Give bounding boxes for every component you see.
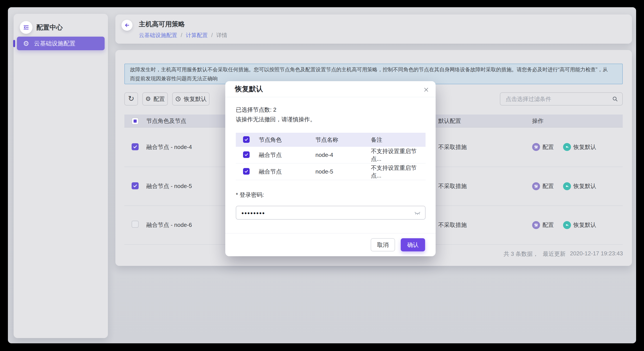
modal-node-remark: 不支持设置重启节点... (371, 164, 426, 180)
refresh-button[interactable]: ↻ (124, 92, 138, 106)
breadcrumb-link[interactable]: 云基础设施配置 (139, 32, 177, 39)
modal-row-checkbox[interactable] (243, 168, 250, 174)
modal-node-remark: 不支持设置重启节点... (371, 148, 426, 163)
row-configure-button[interactable]: 配置 (532, 182, 554, 190)
modal-node-role: 融合节点 (259, 151, 316, 159)
warning-text: 该操作无法撤回，请谨慎操作。 (236, 116, 426, 123)
breadcrumb-separator: / (211, 32, 213, 38)
row-checkbox[interactable] (132, 221, 139, 228)
configure-button-label: 配置 (154, 95, 165, 103)
modal-table-row: 融合节点 node-5 不支持设置重启节点... (236, 164, 426, 180)
search-input[interactable] (505, 96, 612, 103)
column-actions: 操作 (532, 117, 623, 125)
modal-body: 已选择节点数: 2 该操作无法撤回，请谨慎操作。 节点角色 节点名称 备注 (236, 97, 426, 220)
sliders-icon (532, 143, 540, 151)
undo-icon (563, 221, 571, 229)
modal-row-checkbox[interactable] (243, 151, 250, 158)
gear-icon: ⚙ (23, 40, 29, 47)
menu-collapse-button[interactable] (20, 21, 32, 34)
sliders-icon (532, 221, 540, 229)
sidebar-item-cloud-infrastructure[interactable]: ⚙ 云基础设施配置 (17, 37, 105, 50)
select-all-checkbox[interactable] (132, 118, 139, 124)
cancel-button[interactable]: 取消 (371, 238, 395, 252)
banner-text-line1: 故障发生时，主机高可用服务默认不会采取任何措施。您可以按照节点角色及配置设置节点… (130, 65, 617, 74)
gear-icon: ⚙ (145, 96, 151, 102)
breadcrumb-link[interactable]: 计算配置 (186, 32, 208, 39)
sidebar-item-label: 云基础设施配置 (34, 40, 76, 48)
modal-table-header: 节点角色 节点名称 备注 (236, 133, 426, 147)
restore-default-button[interactable]: 恢复默认 (172, 92, 210, 106)
modal-column-role: 节点角色 (259, 136, 316, 144)
updated-time: 2020-12-17 19:23:43 (570, 250, 623, 258)
row-count: 共 3 条数据， (504, 250, 538, 258)
close-icon[interactable] (422, 86, 430, 94)
page-header: 主机高可用策略 云基础设施配置 / 计算配置 / 详情 (116, 14, 632, 44)
modal-footer: 取消 确认 (225, 233, 436, 256)
row-configure-button[interactable]: 配置 (532, 221, 554, 229)
arrow-left-icon (124, 22, 130, 28)
modal-table-row: 融合节点 node-4 不支持设置重启节点... (236, 147, 426, 164)
op-label: 恢复默认 (573, 182, 596, 190)
page-title: 主机高可用策略 (139, 20, 185, 29)
password-field[interactable] (236, 206, 426, 220)
modal-column-remark: 备注 (371, 136, 426, 144)
updated-label: 最近更新 (543, 250, 566, 258)
modal-header: 恢复默认 (225, 81, 436, 97)
modal-title: 恢复默认 (235, 84, 263, 94)
op-label: 配置 (542, 221, 554, 229)
undo-icon (563, 143, 571, 151)
row-configure-button[interactable]: 配置 (532, 143, 554, 151)
default-config-value: 不采取措施 (438, 221, 532, 229)
sidebar-header: 配置中心 (20, 21, 63, 34)
password-input[interactable] (241, 208, 414, 217)
row-restore-button[interactable]: 恢复默认 (563, 221, 596, 229)
undo-icon (563, 182, 571, 190)
history-icon (175, 96, 181, 102)
op-label: 恢复默认 (573, 143, 596, 151)
toolbar: ↻ ⚙ 配置 恢复默认 (124, 92, 210, 106)
modal-select-all-checkbox[interactable] (243, 136, 250, 143)
default-config-value: 不采取措施 (438, 143, 532, 151)
selected-count-text: 已选择节点数: 2 (236, 106, 426, 114)
back-button[interactable] (122, 20, 132, 31)
row-checkbox[interactable] (132, 143, 139, 150)
sidebar: 配置中心 ⚙ 云基础设施配置 (14, 14, 108, 338)
password-label: * 登录密码: (236, 191, 426, 199)
configure-button[interactable]: ⚙ 配置 (142, 92, 168, 106)
app-window: 配置中心 ⚙ 云基础设施配置 主机高可用策略 云基础设施配置 / 计算配 (8, 7, 636, 343)
refresh-icon: ↻ (128, 94, 134, 103)
sliders-icon (532, 182, 540, 190)
row-checkbox[interactable] (132, 182, 139, 189)
op-label: 配置 (542, 143, 554, 151)
breadcrumb-current: 详情 (216, 32, 227, 39)
screen: 配置中心 ⚙ 云基础设施配置 主机高可用策略 云基础设施配置 / 计算配 (0, 0, 644, 351)
filter-search-box[interactable] (500, 92, 623, 106)
row-restore-button[interactable]: 恢复默认 (563, 143, 596, 151)
modal-node-role: 融合节点 (259, 168, 316, 176)
confirm-button[interactable]: 确认 (401, 238, 425, 252)
modal-table: 节点角色 节点名称 备注 融合节点 node-4 不支持设置重启节点... (236, 133, 426, 180)
breadcrumb-separator: / (181, 32, 182, 38)
row-restore-button[interactable]: 恢复默认 (563, 182, 596, 190)
table-footer: 共 3 条数据， 最近更新 2020-12-17 19:23:43 (504, 250, 623, 258)
column-default-config: 默认配置 (438, 117, 532, 125)
op-label: 恢复默认 (573, 221, 596, 229)
sidebar-title: 配置中心 (36, 23, 63, 32)
modal-column-name: 节点名称 (316, 136, 371, 144)
restore-button-label: 恢复默认 (184, 95, 206, 103)
active-item-accent (13, 40, 15, 47)
op-label: 配置 (542, 182, 554, 190)
default-config-value: 不采取措施 (438, 182, 532, 190)
menu-fold-icon (23, 24, 30, 31)
eye-closed-icon[interactable] (414, 209, 421, 216)
search-icon[interactable] (612, 96, 618, 102)
modal-node-name: node-4 (316, 152, 371, 158)
breadcrumb: 云基础设施配置 / 计算配置 / 详情 (139, 32, 227, 39)
modal-node-name: node-5 (316, 168, 371, 175)
restore-default-modal: 恢复默认 已选择节点数: 2 该操作无法撤回，请谨慎操作。 节点角色 (225, 81, 436, 256)
